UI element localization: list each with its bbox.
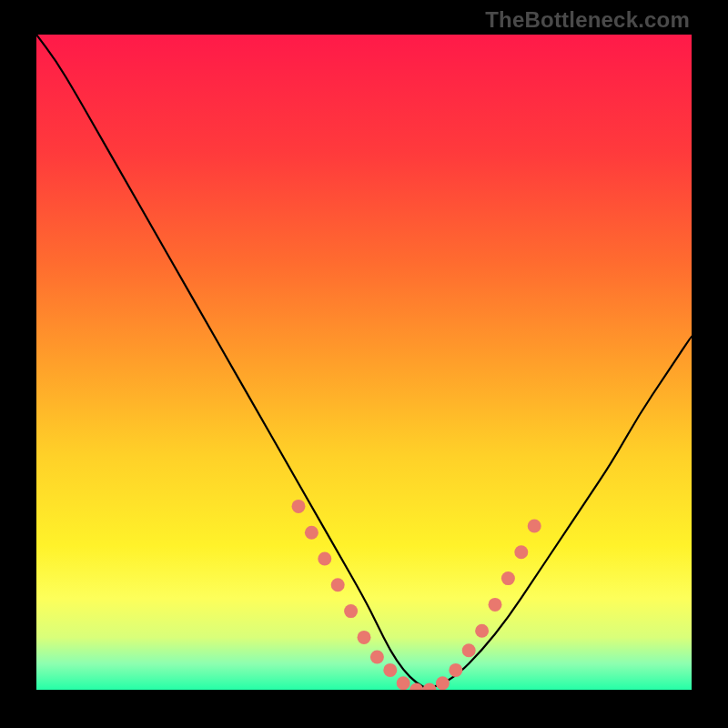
highlight-dot — [436, 676, 450, 690]
highlight-dot — [318, 552, 331, 566]
highlight-dot — [358, 631, 371, 644]
curve-overlay — [36, 35, 692, 690]
highlight-dot — [331, 578, 345, 592]
highlight-dot — [423, 683, 437, 691]
highlight-dot — [305, 526, 318, 540]
highlight-dot — [370, 651, 384, 664]
highlight-dot — [514, 545, 528, 559]
highlight-dot — [292, 500, 306, 513]
highlight-dot — [449, 663, 462, 677]
plot-area — [36, 35, 692, 690]
highlight-dot — [410, 683, 423, 691]
highlight-dot — [383, 663, 397, 677]
bottleneck-curve-line — [36, 35, 692, 688]
highlight-dot — [397, 676, 410, 690]
highlight-dot — [475, 624, 489, 638]
highlight-dot — [501, 571, 515, 585]
highlight-dot — [528, 520, 541, 533]
highlight-dot — [489, 598, 502, 612]
chart-frame: TheBottleneck.com — [0, 0, 728, 728]
highlight-dots — [292, 500, 541, 690]
highlight-dot — [462, 643, 476, 657]
highlight-dot — [344, 604, 358, 618]
watermark-text: TheBottleneck.com — [485, 7, 690, 33]
